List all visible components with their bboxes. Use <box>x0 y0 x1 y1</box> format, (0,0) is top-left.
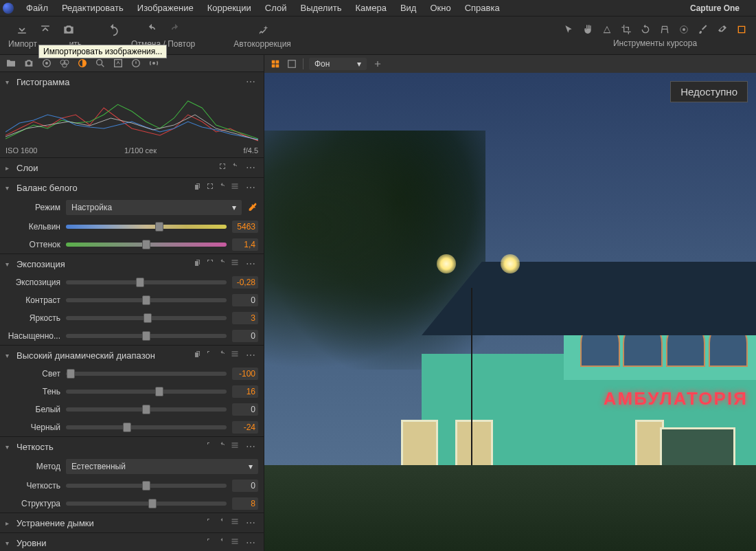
panel-menu-icon[interactable]: ⋯ <box>243 162 258 173</box>
lens-tab-icon[interactable] <box>41 58 52 69</box>
clarity-value[interactable]: 0 <box>232 480 258 492</box>
copy-icon[interactable] <box>194 350 202 358</box>
light-value[interactable]: -100 <box>232 368 258 380</box>
wb-mode-select[interactable]: Настройка▾ <box>66 200 242 215</box>
preset-icon[interactable] <box>231 182 239 190</box>
menu-edit[interactable]: Редактировать <box>55 0 130 16</box>
reset-icon[interactable] <box>218 350 227 358</box>
keystone-tool-icon[interactable] <box>658 23 671 36</box>
expand-icon[interactable] <box>206 517 214 526</box>
layers-header[interactable]: ▸ Слои ⋯ <box>0 158 264 177</box>
preset-icon[interactable] <box>231 441 239 449</box>
shadow-value[interactable]: 16 <box>232 385 258 398</box>
hand-tool-icon[interactable] <box>582 23 594 36</box>
preset-icon[interactable] <box>231 517 239 526</box>
contrast-slider[interactable] <box>66 298 227 302</box>
hdr-header[interactable]: ▾ Высокий динамический диапазон ⋯ <box>0 346 264 365</box>
menu-adjustments[interactable]: Коррекции <box>201 0 258 16</box>
menu-image[interactable]: Изображение <box>130 0 201 16</box>
undo-step-icon[interactable] <box>145 23 159 36</box>
eraser-tool-icon[interactable] <box>716 23 729 36</box>
gradient-tool-icon[interactable] <box>735 23 748 36</box>
white-slider[interactable] <box>66 407 227 412</box>
crop-tool-icon[interactable] <box>620 23 632 36</box>
reset-icon[interactable] <box>231 162 239 170</box>
exp-value[interactable]: -0,28 <box>232 276 258 289</box>
capture-icon[interactable] <box>62 23 76 36</box>
menu-select[interactable]: Выделить <box>293 0 348 16</box>
copy-icon[interactable] <box>194 182 202 190</box>
export-icon[interactable] <box>38 23 52 36</box>
tint-value[interactable]: 1,4 <box>232 238 258 251</box>
brightness-slider[interactable] <box>66 316 227 320</box>
color-tab-icon[interactable] <box>59 58 70 69</box>
expand-icon[interactable] <box>206 182 214 190</box>
black-value[interactable]: -24 <box>232 421 258 434</box>
panel-menu-icon[interactable]: ⋯ <box>243 517 258 528</box>
saturation-slider[interactable] <box>66 334 227 338</box>
shadow-slider[interactable] <box>66 390 227 394</box>
rotate-tool-icon[interactable] <box>639 23 652 36</box>
structure-slider[interactable] <box>66 502 227 506</box>
panel-menu-icon[interactable]: ⋯ <box>243 258 258 269</box>
expand-icon[interactable] <box>206 441 214 449</box>
expand-icon[interactable] <box>206 350 214 358</box>
kelvin-value[interactable]: 5463 <box>232 221 258 233</box>
brightness-value[interactable]: 3 <box>232 312 258 324</box>
library-tab-icon[interactable] <box>5 58 16 69</box>
menu-camera[interactable]: Камера <box>348 0 393 16</box>
menu-file[interactable]: Файл <box>19 0 55 16</box>
method-select[interactable]: Естественный▾ <box>66 459 258 474</box>
expand-icon[interactable] <box>206 537 214 546</box>
panel-menu-icon[interactable]: ⋯ <box>243 537 258 548</box>
tint-slider[interactable] <box>66 243 227 247</box>
preset-icon[interactable] <box>231 350 239 358</box>
reset-icon[interactable] <box>218 182 227 190</box>
clarity-slider[interactable] <box>66 484 227 488</box>
undo-icon[interactable] <box>106 23 120 36</box>
preset-icon[interactable] <box>231 258 239 267</box>
saturation-value[interactable]: 0 <box>232 330 258 342</box>
pointer-tool-icon[interactable] <box>562 23 575 36</box>
white-value[interactable]: 0 <box>232 403 258 416</box>
copy-icon[interactable] <box>194 258 202 267</box>
exp-slider[interactable] <box>66 280 227 284</box>
output-tab-icon[interactable] <box>148 58 159 69</box>
spot-tool-icon[interactable] <box>678 23 690 36</box>
add-layer-icon[interactable] <box>372 58 383 69</box>
eyedropper-icon[interactable] <box>247 202 258 213</box>
exposure-tool-icon[interactable] <box>601 23 613 36</box>
menu-view[interactable]: Вид <box>393 0 424 16</box>
single-view-icon[interactable] <box>286 58 297 69</box>
structure-value[interactable]: 8 <box>232 497 258 510</box>
layer-select[interactable]: Фон▾ <box>309 58 367 70</box>
expand-icon[interactable] <box>218 162 227 170</box>
dehaze-header[interactable]: ▸ Устранение дымки ⋯ <box>0 513 264 532</box>
expand-icon[interactable] <box>206 258 214 267</box>
contrast-value[interactable]: 0 <box>232 294 258 306</box>
menu-help[interactable]: Справка <box>458 0 507 16</box>
metadata-tab-icon[interactable] <box>130 58 141 69</box>
panel-menu-icon[interactable]: ⋯ <box>243 350 258 361</box>
reset-icon[interactable] <box>218 441 227 449</box>
menu-window[interactable]: Окно <box>423 0 457 16</box>
grid-view-icon[interactable] <box>270 58 281 69</box>
kelvin-slider[interactable] <box>66 225 227 229</box>
exposure-tab-icon[interactable] <box>77 58 88 69</box>
preset-icon[interactable] <box>231 537 239 546</box>
panel-menu-icon[interactable]: ⋯ <box>243 76 258 87</box>
reset-icon[interactable] <box>218 537 227 546</box>
adjustments-tab-icon[interactable] <box>113 58 124 69</box>
reset-icon[interactable] <box>218 258 227 267</box>
panel-menu-icon[interactable]: ⋯ <box>243 182 258 193</box>
white-balance-header[interactable]: ▾ Баланс белого ⋯ <box>0 178 264 197</box>
levels-header[interactable]: ▾ Уровни ⋯ <box>0 533 264 551</box>
black-slider[interactable] <box>66 425 227 429</box>
autocorrect-icon[interactable] <box>255 23 269 36</box>
clarity-header[interactable]: ▾ Четкость ⋯ <box>0 437 264 456</box>
exposure-header[interactable]: ▾ Экспозиция ⋯ <box>0 254 264 273</box>
panel-menu-icon[interactable]: ⋯ <box>243 441 258 452</box>
brush-tool-icon[interactable] <box>697 23 709 36</box>
details-tab-icon[interactable] <box>95 58 106 69</box>
redo-step-icon[interactable] <box>168 23 182 36</box>
